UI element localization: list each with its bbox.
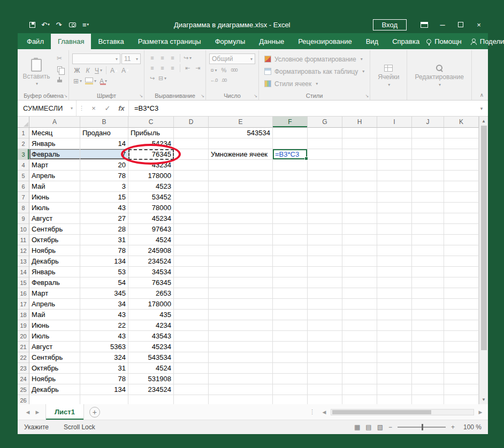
cell-B7[interactable]: 15 [80, 192, 128, 203]
cell-F2[interactable] [273, 138, 308, 149]
cell-H26[interactable] [342, 395, 377, 404]
cell-F14[interactable] [273, 267, 308, 277]
page-break-view-button[interactable]: ▧ [377, 423, 383, 431]
cell-J13[interactable] [412, 256, 444, 267]
cell-F18[interactable] [273, 310, 308, 320]
cell-C21[interactable]: 45234 [128, 342, 174, 352]
cell-E22[interactable] [209, 352, 273, 363]
cell-B15[interactable]: 54 [80, 277, 128, 288]
row-header-26[interactable]: 26 [18, 395, 29, 404]
customize-toolbar-button[interactable]: ≡▾ [80, 18, 91, 31]
cell-B16[interactable]: 345 [80, 288, 128, 299]
cell-C5[interactable]: 178000 [128, 171, 174, 181]
cell-D25[interactable] [174, 384, 209, 395]
cell-G8[interactable] [308, 203, 342, 213]
cell-D4[interactable] [174, 160, 209, 171]
cell-C25[interactable]: 234524 [128, 384, 174, 395]
cell-D8[interactable] [174, 203, 209, 213]
font-color-button[interactable]: А▾ [98, 76, 108, 86]
cell-B14[interactable]: 53 [80, 267, 128, 277]
cell-H13[interactable] [342, 256, 377, 267]
cell-I17[interactable] [377, 299, 412, 310]
zoom-out-button[interactable]: − [388, 423, 392, 431]
cell-J9[interactable] [412, 213, 444, 224]
zoom-slider-thumb[interactable] [422, 424, 423, 430]
cell-H2[interactable] [342, 138, 377, 149]
row-header-21[interactable]: 21 [18, 342, 29, 352]
cell-C13[interactable]: 234524 [128, 256, 174, 267]
cell-G4[interactable] [308, 160, 342, 171]
cell-B24[interactable]: 78 [80, 374, 128, 384]
cell-H16[interactable] [342, 288, 377, 299]
cell-E9[interactable] [209, 213, 273, 224]
cell-D11[interactable] [174, 235, 209, 245]
cell-K6[interactable] [444, 181, 479, 192]
tab-Вид[interactable]: Вид [359, 34, 386, 49]
cell-B6[interactable]: 3 [80, 181, 128, 192]
cell-B2[interactable]: 14 [80, 138, 128, 149]
cell-H20[interactable] [342, 331, 377, 342]
cell-K3[interactable] [444, 149, 479, 160]
cell-B9[interactable]: 27 [80, 213, 128, 224]
cell-C2[interactable]: 54234 [128, 138, 174, 149]
row-header-15[interactable]: 15 [18, 277, 29, 288]
cell-A21[interactable]: Август [29, 342, 80, 352]
cell-C24[interactable]: 531908 [128, 374, 174, 384]
formula-input[interactable]: =B3*C3 [128, 101, 475, 116]
row-header-12[interactable]: 12 [18, 245, 29, 256]
align-center-button[interactable]: ≡ [158, 64, 167, 72]
cell-J1[interactable] [412, 128, 444, 138]
cell-J8[interactable] [412, 203, 444, 213]
cell-K9[interactable] [444, 213, 479, 224]
cell-H6[interactable] [342, 181, 377, 192]
cell-G3[interactable] [308, 149, 342, 160]
cut-button[interactable]: ✂ [54, 54, 65, 63]
cell-H18[interactable] [342, 310, 377, 320]
comma-style-button[interactable]: 000 [230, 66, 239, 74]
cell-H23[interactable] [342, 363, 377, 374]
percent-style-button[interactable]: % [219, 66, 228, 74]
cell-D21[interactable] [174, 342, 209, 352]
cell-C7[interactable]: 53452 [128, 192, 174, 203]
cell-E26[interactable] [209, 395, 273, 404]
normal-view-button[interactable]: ▦ [354, 423, 360, 431]
format-painter-button[interactable] [54, 75, 65, 84]
cell-F23[interactable] [273, 363, 308, 374]
undo-button[interactable]: ↶▾ [40, 18, 51, 31]
row-header-9[interactable]: 9 [18, 213, 29, 224]
cell-F15[interactable] [273, 277, 308, 288]
alignment-dialog-launcher[interactable]: ↘ [201, 94, 204, 98]
column-header-K[interactable]: K [444, 117, 479, 128]
column-header-F[interactable]: F [273, 117, 308, 128]
font-size-select[interactable]: 11▾ [121, 53, 141, 64]
cell-I8[interactable] [377, 203, 412, 213]
cell-F25[interactable] [273, 384, 308, 395]
cell-J24[interactable] [412, 374, 444, 384]
row-header-5[interactable]: 5 [18, 171, 29, 181]
cell-C15[interactable]: 76345 [128, 277, 174, 288]
insert-function-button[interactable]: fx [114, 101, 128, 116]
cell-J25[interactable] [412, 384, 444, 395]
cell-I10[interactable] [377, 224, 412, 235]
cell-D18[interactable] [174, 310, 209, 320]
tab-Разметка страницы[interactable]: Разметка страницы [131, 34, 208, 49]
cell-A16[interactable]: Март [29, 288, 80, 299]
cell-E18[interactable] [209, 310, 273, 320]
cell-F21[interactable] [273, 342, 308, 352]
cell-E19[interactable] [209, 320, 273, 331]
row-header-20[interactable]: 20 [18, 331, 29, 342]
cell-I22[interactable] [377, 352, 412, 363]
cell-B21[interactable]: 5363 [80, 342, 128, 352]
cell-J4[interactable] [412, 160, 444, 171]
row-header-2[interactable]: 2 [18, 138, 29, 149]
ribbon-display-options-button[interactable] [415, 18, 433, 32]
prev-sheet-button[interactable]: ◀ [23, 410, 33, 415]
cell-K5[interactable] [444, 171, 479, 181]
cell-G25[interactable] [308, 384, 342, 395]
cell-G13[interactable] [308, 256, 342, 267]
cell-I25[interactable] [377, 384, 412, 395]
cell-D15[interactable] [174, 277, 209, 288]
formula-bar-expand-button[interactable]: ▾ [475, 101, 488, 116]
cell-K20[interactable] [444, 331, 479, 342]
cell-G17[interactable] [308, 299, 342, 310]
